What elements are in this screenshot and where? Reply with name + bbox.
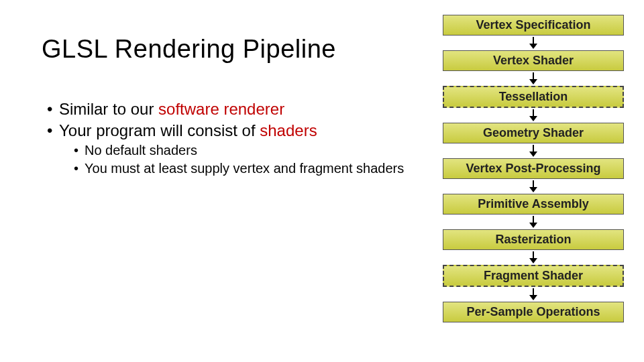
stage-fragment-shader: Fragment Shader [443, 265, 624, 287]
bullet-2-text-a: Your program will consist of [59, 121, 260, 139]
bullet-2: •Your program will consist of shaders [47, 121, 423, 141]
sub-bullet-1: •No default shaders [74, 142, 423, 159]
slide-title: GLSL Rendering Pipeline [42, 35, 336, 64]
arrow-icon [529, 144, 537, 158]
arrow-icon [529, 180, 537, 193]
sub-bullet-2-text: You must at least supply vertex and frag… [85, 161, 404, 176]
stage-vertex-post-processing: Vertex Post-Processing [443, 158, 624, 179]
stage-geometry-shader: Geometry Shader [443, 123, 624, 143]
arrow-icon [529, 215, 537, 229]
sub-bullet-1-text: No default shaders [85, 143, 197, 158]
stage-primitive-assembly: Primitive Assembly [443, 194, 624, 215]
sub-bullet-2: •You must at least supply vertex and fra… [74, 160, 423, 177]
bullet-2-highlight: shaders [260, 121, 317, 139]
stage-vertex-shader: Vertex Shader [443, 50, 624, 71]
bullet-icon: • [74, 142, 85, 159]
stage-rasterization: Rasterization [443, 229, 624, 250]
pipeline-diagram: Vertex Specification Vertex Shader Tesse… [436, 15, 631, 322]
bullet-icon: • [74, 160, 85, 177]
bullet-1-highlight: software renderer [158, 100, 284, 118]
bullet-icon: • [47, 121, 59, 141]
slide-body: •Similar to our software renderer •Your … [47, 99, 423, 177]
arrow-icon [529, 109, 537, 122]
bullet-1: •Similar to our software renderer [47, 99, 423, 119]
stage-per-sample-operations: Per-Sample Operations [443, 302, 624, 322]
bullet-icon: • [47, 99, 59, 119]
slide: GLSL Rendering Pipeline •Similar to our … [0, 0, 644, 362]
arrow-icon [529, 72, 537, 85]
arrow-icon [529, 36, 537, 50]
arrow-icon [529, 251, 537, 264]
bullet-1-text-a: Similar to our [59, 100, 158, 118]
stage-vertex-specification: Vertex Specification [443, 15, 624, 36]
arrow-icon [529, 288, 537, 301]
stage-tessellation: Tessellation [443, 86, 624, 108]
